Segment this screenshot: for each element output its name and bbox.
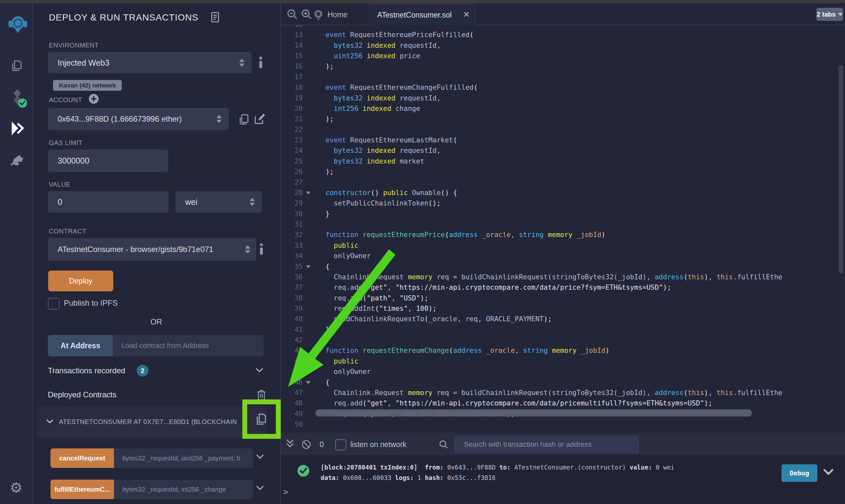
code-line: req.addInt("times", 100); — [326, 303, 436, 314]
code-line: event RequestEthereumPriceFulfilled( — [326, 30, 473, 40]
log-expand-chevron-icon[interactable] — [824, 469, 833, 475]
code-line: event RequestEthereumChangeFulfilled( — [326, 82, 478, 93]
clear-deployed-trash-icon[interactable] — [256, 389, 267, 401]
line-number: 19 — [281, 93, 312, 103]
plugin-manager-icon[interactable] — [10, 152, 24, 167]
transactions-recorded-label: Transactions recorded — [48, 366, 125, 375]
deploy-button[interactable]: Deploy — [48, 271, 113, 291]
line-number: 21 — [281, 114, 312, 124]
code-line: constructor() public Ownable() { — [326, 187, 457, 198]
code-editor[interactable]: 1213141516171819202122232425262728293031… — [281, 25, 845, 433]
close-tab-icon[interactable]: ✕ — [463, 10, 470, 19]
line-number: 47 — [281, 388, 312, 398]
code-line: bytes32 indexed market — [326, 156, 425, 166]
tab-active-file[interactable]: ATestnetConsumer.sol ✕ — [369, 3, 476, 26]
environment-info-icon[interactable] — [259, 57, 263, 68]
tx-log-line-2[interactable]: data: 0x608...60033 logs: 1 hash: 0x53c.… — [321, 473, 496, 483]
environment-select[interactable]: Injected Web3 — [48, 52, 252, 73]
search-icon[interactable] — [439, 439, 449, 449]
code-line: bytes32 indexed requestId, — [326, 145, 441, 156]
line-number: 24 — [281, 145, 312, 156]
file-explorer-icon[interactable] — [10, 59, 24, 73]
fulfill-params-input[interactable]: bytes32 _requestId, int256 _change — [114, 480, 253, 499]
value-amount: 0 — [58, 197, 62, 207]
line-number: 25 — [281, 156, 312, 166]
deployed-contract-card[interactable]: ATESTNETCONSUMER AT 0X7E7...E80D1 (BLOCK… — [37, 407, 267, 438]
panel-doc-icon[interactable] — [211, 12, 219, 23]
editor-tab-bar — [281, 3, 845, 25]
fulfill-ethereum-change-button[interactable]: fulfillEthereumC... — [50, 480, 114, 499]
transactions-chevron-icon[interactable] — [256, 368, 263, 373]
contract-value: ATestnetConsumer - browser/gists/9b71e07… — [58, 245, 213, 254]
line-number: 29 — [281, 198, 312, 209]
code-line: } — [326, 209, 330, 219]
fold-icon[interactable] — [306, 192, 311, 195]
line-number: 33 — [281, 240, 312, 251]
tx-success-icon — [297, 465, 310, 477]
horizontal-scrollbar[interactable] — [315, 409, 752, 416]
zoom-out-icon[interactable] — [287, 8, 298, 20]
deployed-contracts-label: Deployed Contracts — [48, 390, 117, 399]
contract-info-icon[interactable] — [259, 243, 263, 255]
code-line: Chainlink.Request memory req = buildChai… — [326, 272, 782, 282]
pending-tx-count: 0 — [320, 440, 324, 449]
cancel-request-chevron-icon[interactable] — [257, 454, 264, 459]
line-number: 36 — [281, 272, 312, 282]
code-line: } — [326, 325, 330, 335]
terminal-prompt[interactable]: > — [283, 487, 288, 497]
debug-button[interactable]: Debug — [781, 464, 817, 482]
vertical-scrollbar[interactable] — [839, 65, 843, 273]
line-number: 39 — [281, 303, 312, 314]
contract-expand-chevron-icon[interactable] — [47, 419, 53, 424]
solidity-compiler-icon[interactable] — [10, 88, 25, 105]
line-number: 34 — [281, 251, 312, 261]
line-number: 27 — [281, 177, 312, 187]
edit-account-icon[interactable] — [253, 113, 265, 126]
tx-log-line-1[interactable]: [block:20780401 txIndex:0] from: 0x643..… — [321, 462, 674, 472]
zoom-in-icon[interactable] — [301, 8, 312, 20]
code-line: function requestEthereumPrice(address _o… — [326, 230, 605, 240]
copy-account-icon[interactable] — [238, 113, 250, 126]
deploy-run-icon[interactable] — [9, 120, 25, 137]
at-address-input[interactable]: Load contract from Address — [113, 335, 264, 356]
account-select[interactable]: 0x643...9F88D (1.666673996 ether) — [48, 108, 229, 130]
clear-terminal-ban-icon[interactable] — [301, 439, 311, 449]
terminal-search-input[interactable]: Search with transaction hash or address — [454, 436, 639, 453]
code-line: ); — [326, 61, 334, 72]
line-number: 49 — [281, 409, 312, 419]
line-number: 22 — [281, 125, 312, 135]
remix-ide: ⚙ DEPLOY & RUN TRANSACTIONS ENVIRONMENT … — [0, 0, 845, 504]
settings-gear-icon[interactable]: ⚙ — [10, 481, 22, 495]
line-number: 23 — [281, 135, 312, 145]
code-line: public — [326, 356, 358, 366]
listen-network-checkbox[interactable] — [335, 439, 346, 450]
copy-contract-address-icon[interactable] — [254, 412, 269, 427]
code-line: onlyOwner — [326, 251, 371, 261]
value-input[interactable]: 0 — [48, 191, 169, 213]
fold-icon[interactable] — [306, 381, 311, 384]
gas-limit-input[interactable]: 3000000 — [48, 149, 168, 172]
line-number: 32 — [281, 230, 312, 240]
publish-ipfs-checkbox[interactable] — [48, 298, 59, 309]
tabs-count-button[interactable]: 2 tabs — [816, 8, 843, 21]
line-number: 30 — [281, 209, 312, 219]
environment-value: Injected Web3 — [58, 58, 109, 68]
tab-home[interactable]: Home — [327, 11, 347, 19]
code-line: req.add("get", "https://min-api.cryptoco… — [326, 282, 671, 293]
contract-select[interactable]: ATestnetConsumer - browser/gists/9b71e07… — [48, 238, 256, 261]
cancel-request-button[interactable]: cancelRequest — [50, 448, 114, 468]
chainlink-logo-icon[interactable] — [8, 14, 28, 36]
value-unit-select[interactable]: wei — [175, 191, 262, 213]
fulfill-chevron-icon[interactable] — [257, 486, 264, 490]
code-line: setPublicChainlinkToken(); — [326, 198, 441, 209]
cancel-request-params-input[interactable]: bytes32 _requestId, uint256 _payment, b — [114, 448, 253, 468]
or-label: OR — [124, 317, 189, 326]
terminal-expand-icon[interactable] — [286, 439, 294, 449]
line-number: 42 — [281, 335, 312, 345]
compile-success-badge — [18, 98, 27, 108]
code-line: ); — [326, 114, 334, 124]
add-account-icon[interactable] — [88, 94, 99, 104]
fold-icon[interactable] — [306, 265, 311, 268]
at-address-button[interactable]: At Address — [48, 335, 113, 356]
home-tab-icon[interactable] — [313, 9, 324, 21]
